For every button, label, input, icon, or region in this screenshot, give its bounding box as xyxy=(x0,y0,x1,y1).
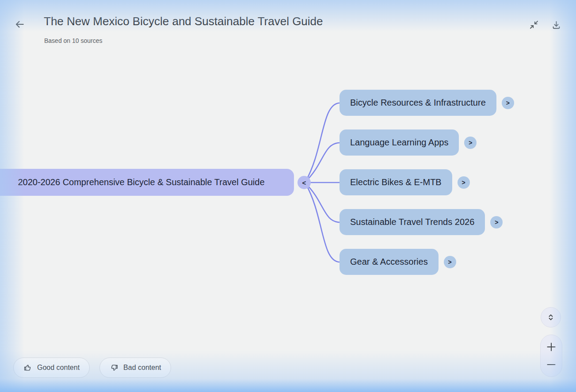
mindmap-branch-row: Gear & Accessories > xyxy=(339,249,456,275)
mindmap-canvas[interactable]: 2020-2026 Comprehensive Bicycle & Sustai… xyxy=(0,0,576,392)
node-expand-button[interactable]: > xyxy=(490,216,503,228)
zoom-in-button[interactable] xyxy=(542,338,560,356)
collapse-view-button[interactable] xyxy=(527,18,541,32)
mindmap-branch-row: Sustainable Travel Trends 2026 > xyxy=(339,209,503,235)
thumbs-up-icon xyxy=(23,363,32,372)
unfold-more-icon xyxy=(546,312,556,322)
mindmap-node[interactable]: Language Learning Apps xyxy=(339,129,459,156)
good-content-button[interactable]: Good content xyxy=(13,358,90,378)
connector-line xyxy=(305,183,340,222)
expand-collapse-all-button[interactable] xyxy=(541,307,561,327)
zoom-out-button[interactable] xyxy=(542,356,560,373)
download-icon xyxy=(551,20,561,30)
node-expand-button[interactable]: > xyxy=(458,176,470,189)
node-expand-button[interactable]: > xyxy=(502,97,514,109)
node-expand-button[interactable]: > xyxy=(444,256,456,268)
mindmap-branch-row: Bicycle Resources & Infrastructure > xyxy=(339,90,514,116)
page-title: The New Mexico Bicycle and Sustainable T… xyxy=(44,15,323,28)
mindmap-branch-row: Language Learning Apps > xyxy=(339,129,477,156)
root-collapse-button[interactable]: < xyxy=(298,176,311,189)
plus-icon xyxy=(546,342,557,352)
bad-content-label: Bad content xyxy=(123,364,161,372)
mindmap-branch-row: Electric Bikes & E-MTB > xyxy=(339,169,470,195)
back-button[interactable] xyxy=(12,17,27,31)
bad-content-button[interactable]: Bad content xyxy=(99,358,171,378)
mindmap-node[interactable]: Electric Bikes & E-MTB xyxy=(339,169,452,195)
mindmap-root-node[interactable]: 2020-2026 Comprehensive Bicycle & Sustai… xyxy=(0,169,294,196)
zoom-controls xyxy=(540,335,562,377)
thumbs-down-icon xyxy=(110,363,118,372)
connector-line xyxy=(305,143,340,182)
download-button[interactable] xyxy=(549,18,563,32)
connector-line xyxy=(305,183,340,262)
node-expand-button[interactable]: > xyxy=(464,137,477,149)
minus-icon xyxy=(546,359,557,370)
mindmap-node[interactable]: Bicycle Resources & Infrastructure xyxy=(339,90,496,116)
mindmap-node[interactable]: Sustainable Travel Trends 2026 xyxy=(339,209,485,235)
feedback-bar: Good content Bad content xyxy=(13,358,171,378)
connector-lines xyxy=(0,0,576,392)
sources-count-label: Based on 10 sources xyxy=(44,37,103,44)
good-content-label: Good content xyxy=(37,364,80,372)
mindmap-node[interactable]: Gear & Accessories xyxy=(339,249,439,275)
connector-line xyxy=(305,103,340,182)
close-fullscreen-icon xyxy=(529,20,539,30)
arrow-left-icon xyxy=(14,19,25,30)
